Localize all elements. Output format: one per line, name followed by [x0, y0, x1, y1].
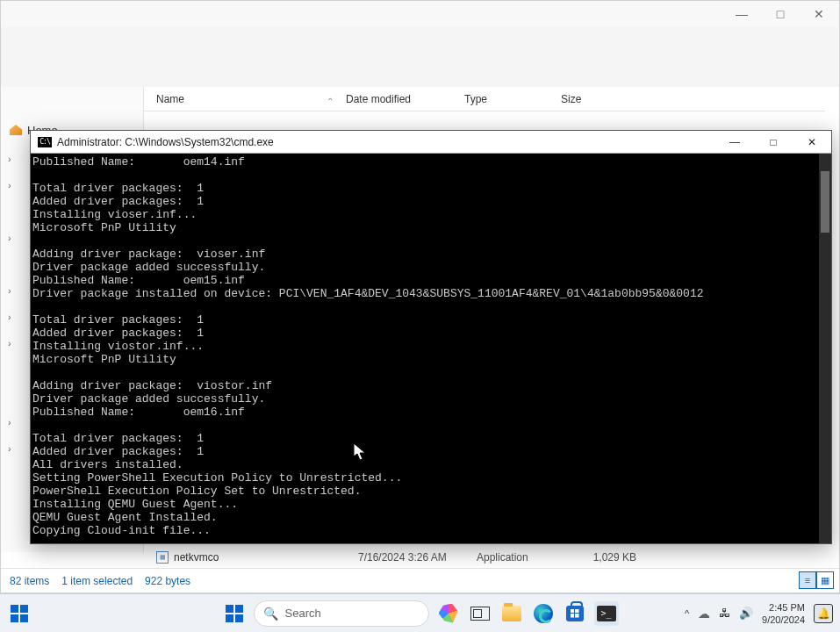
network-tray-icon[interactable]: 🖧 — [719, 607, 730, 620]
status-selection-size: 922 bytes — [145, 575, 190, 587]
cmd-title: Administrator: C:\Windows\System32\cmd.e… — [57, 136, 715, 148]
cmd-scrollbar[interactable] — [819, 154, 831, 543]
explorer-titlebar: — □ ✕ — [1, 1, 839, 27]
cmd-minimize-button[interactable]: — — [715, 131, 754, 154]
copilot-button[interactable] — [436, 601, 461, 626]
chevron-right-icon[interactable]: › — [8, 312, 11, 322]
tray-overflow-button[interactable]: ^ — [685, 608, 689, 619]
windows-logo-icon — [11, 605, 28, 622]
bell-icon: 🔔 — [817, 607, 830, 620]
status-selection: 1 item selected — [61, 575, 133, 587]
task-view-button[interactable] — [468, 601, 492, 626]
file-size: 1,029 KB — [573, 551, 643, 564]
search-icon: 🔍 — [263, 607, 278, 621]
chevron-right-icon[interactable]: › — [8, 443, 11, 454]
file-type: Application — [477, 551, 573, 564]
explorer-toolbar — [1, 27, 839, 87]
chevron-right-icon[interactable]: › — [8, 154, 11, 164]
taskbar-clock[interactable]: 2:45 PM 9/20/2024 — [762, 601, 805, 626]
file-date: 7/16/2024 3:26 AM — [358, 551, 477, 564]
clock-date: 9/20/2024 — [762, 614, 805, 626]
explorer-status-bar: 82 items 1 item selected 922 bytes ≡ ▦ — [1, 568, 839, 592]
chevron-right-icon[interactable]: › — [8, 338, 11, 348]
chevron-right-icon[interactable]: › — [8, 233, 11, 243]
explorer-minimize-button[interactable]: — — [729, 1, 755, 27]
cmd-scrollbar-thumb[interactable] — [821, 171, 829, 233]
large-icons-view-button[interactable]: ▦ — [816, 571, 834, 589]
application-file-icon: ▦ — [156, 551, 169, 564]
clock-time: 2:45 PM — [762, 601, 805, 614]
store-taskbar-button[interactable] — [563, 601, 587, 626]
cmd-titlebar[interactable]: C:\ Administrator: C:\Windows\System32\c… — [31, 131, 831, 154]
store-icon — [566, 606, 584, 621]
cmd-output[interactable]: Published Name: oem14.inf Total driver p… — [31, 154, 831, 543]
column-header-date[interactable]: Date modified — [346, 93, 464, 105]
column-header-type[interactable]: Type — [464, 93, 561, 105]
file-row-netkvmco[interactable]: ▦ netkvmco 7/16/2024 3:26 AM Application… — [144, 549, 825, 566]
file-name: netkvmco — [174, 551, 358, 564]
cmd-close-button[interactable]: ✕ — [793, 131, 831, 154]
status-item-count: 82 items — [10, 575, 49, 587]
search-placeholder: Search — [285, 607, 321, 620]
file-explorer-taskbar-button[interactable] — [499, 601, 524, 626]
taskbar-center: 🔍 Search >_ — [222, 600, 619, 627]
terminal-taskbar-button[interactable]: >_ — [594, 601, 619, 626]
chevron-right-icon[interactable]: › — [8, 417, 11, 427]
column-header-name-label: Name — [156, 93, 184, 105]
windows-logo-icon — [226, 605, 243, 622]
start-button[interactable] — [222, 601, 247, 626]
explorer-close-button[interactable]: ✕ — [806, 1, 832, 27]
onedrive-tray-icon[interactable]: ☁ — [698, 607, 710, 621]
copilot-icon — [439, 604, 458, 623]
column-header-name[interactable]: Name ⌃ — [144, 93, 346, 105]
cmd-maximize-button[interactable]: □ — [754, 131, 793, 154]
notifications-button[interactable]: 🔔 — [814, 604, 833, 623]
view-mode-toggles: ≡ ▦ — [799, 571, 834, 589]
explorer-column-headers: Name ⌃ Date modified Type Size — [144, 87, 825, 111]
edge-taskbar-button[interactable] — [531, 601, 556, 626]
column-header-size[interactable]: Size — [561, 93, 631, 105]
details-view-button[interactable]: ≡ — [799, 571, 816, 589]
chevron-right-icon[interactable]: › — [8, 180, 11, 190]
cmd-icon: C:\ — [38, 137, 52, 147]
widget-button[interactable] — [9, 603, 30, 624]
sort-caret-icon: ⌃ — [327, 97, 334, 106]
taskbar: 🔍 Search >_ ^ ☁ 🖧 🔊 2:45 PM 9/20/2024 — [0, 593, 840, 632]
system-tray: ^ ☁ 🖧 🔊 2:45 PM 9/20/2024 🔔 — [685, 601, 833, 626]
taskbar-search[interactable]: 🔍 Search — [254, 600, 429, 627]
volume-tray-icon[interactable]: 🔊 — [739, 607, 753, 620]
folder-icon — [502, 606, 521, 621]
edge-icon — [534, 604, 553, 623]
explorer-maximize-button[interactable]: □ — [767, 1, 793, 27]
chevron-right-icon[interactable]: › — [8, 285, 11, 296]
terminal-icon: >_ — [597, 606, 616, 621]
command-prompt-window: C:\ Administrator: C:\Windows\System32\c… — [30, 130, 832, 544]
task-view-icon — [470, 607, 490, 621]
